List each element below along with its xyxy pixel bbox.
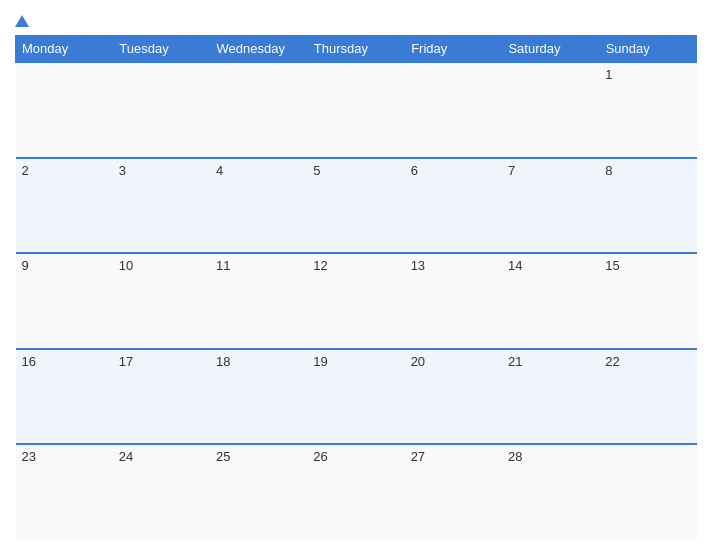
- calendar-cell: 15: [599, 253, 696, 349]
- calendar-cell: 4: [210, 158, 307, 254]
- day-number: 1: [605, 67, 612, 82]
- day-number: 3: [119, 163, 126, 178]
- calendar-cell: 26: [307, 444, 404, 540]
- day-number: 7: [508, 163, 515, 178]
- day-number: 8: [605, 163, 612, 178]
- calendar-cell: 19: [307, 349, 404, 445]
- calendar-cell: 20: [405, 349, 502, 445]
- day-number: 25: [216, 449, 230, 464]
- week-row-5: 232425262728: [16, 444, 697, 540]
- day-number: 5: [313, 163, 320, 178]
- calendar-cell: 2: [16, 158, 113, 254]
- calendar-cell: 14: [502, 253, 599, 349]
- calendar-cell: 25: [210, 444, 307, 540]
- calendar-cell: [307, 62, 404, 158]
- calendar-cell: 7: [502, 158, 599, 254]
- calendar-cell: 12: [307, 253, 404, 349]
- day-number: 24: [119, 449, 133, 464]
- day-header-tuesday: Tuesday: [113, 36, 210, 63]
- calendar-cell: 1: [599, 62, 696, 158]
- day-number: 13: [411, 258, 425, 273]
- day-number: 12: [313, 258, 327, 273]
- day-header-wednesday: Wednesday: [210, 36, 307, 63]
- calendar-cell: 23: [16, 444, 113, 540]
- logo-triangle-icon: [15, 15, 29, 27]
- week-row-3: 9101112131415: [16, 253, 697, 349]
- calendar-cell: 3: [113, 158, 210, 254]
- calendar-cell: 13: [405, 253, 502, 349]
- week-row-2: 2345678: [16, 158, 697, 254]
- calendar-cell: 10: [113, 253, 210, 349]
- calendar-cell: 24: [113, 444, 210, 540]
- day-number: 15: [605, 258, 619, 273]
- calendar-cell: 28: [502, 444, 599, 540]
- calendar-table: MondayTuesdayWednesdayThursdayFridaySatu…: [15, 35, 697, 540]
- day-header-friday: Friday: [405, 36, 502, 63]
- calendar-cell: 16: [16, 349, 113, 445]
- calendar-cell: 5: [307, 158, 404, 254]
- logo-blue-row: [15, 15, 31, 27]
- week-row-4: 16171819202122: [16, 349, 697, 445]
- day-number: 9: [22, 258, 29, 273]
- calendar-cell: 11: [210, 253, 307, 349]
- day-header-sunday: Sunday: [599, 36, 696, 63]
- calendar-cell: 9: [16, 253, 113, 349]
- day-number: 19: [313, 354, 327, 369]
- logo: [15, 15, 115, 27]
- day-header-row: MondayTuesdayWednesdayThursdayFridaySatu…: [16, 36, 697, 63]
- day-header-monday: Monday: [16, 36, 113, 63]
- calendar-cell: 8: [599, 158, 696, 254]
- day-number: 26: [313, 449, 327, 464]
- day-number: 16: [22, 354, 36, 369]
- day-number: 11: [216, 258, 230, 273]
- calendar-cell: [113, 62, 210, 158]
- calendar-cell: [210, 62, 307, 158]
- day-number: 10: [119, 258, 133, 273]
- calendar-cell: 27: [405, 444, 502, 540]
- day-number: 4: [216, 163, 223, 178]
- calendar-cell: 21: [502, 349, 599, 445]
- day-number: 20: [411, 354, 425, 369]
- day-number: 17: [119, 354, 133, 369]
- day-number: 2: [22, 163, 29, 178]
- day-number: 27: [411, 449, 425, 464]
- day-number: 23: [22, 449, 36, 464]
- week-row-1: 1: [16, 62, 697, 158]
- calendar-cell: 18: [210, 349, 307, 445]
- day-header-thursday: Thursday: [307, 36, 404, 63]
- day-number: 6: [411, 163, 418, 178]
- day-header-saturday: Saturday: [502, 36, 599, 63]
- calendar-header: [15, 10, 697, 35]
- calendar-cell: [599, 444, 696, 540]
- day-number: 21: [508, 354, 522, 369]
- day-number: 22: [605, 354, 619, 369]
- calendar-cell: [405, 62, 502, 158]
- day-number: 28: [508, 449, 522, 464]
- calendar-container: MondayTuesdayWednesdayThursdayFridaySatu…: [0, 0, 712, 550]
- calendar-cell: 6: [405, 158, 502, 254]
- calendar-cell: [502, 62, 599, 158]
- day-number: 18: [216, 354, 230, 369]
- day-number: 14: [508, 258, 522, 273]
- calendar-cell: [16, 62, 113, 158]
- calendar-cell: 22: [599, 349, 696, 445]
- calendar-cell: 17: [113, 349, 210, 445]
